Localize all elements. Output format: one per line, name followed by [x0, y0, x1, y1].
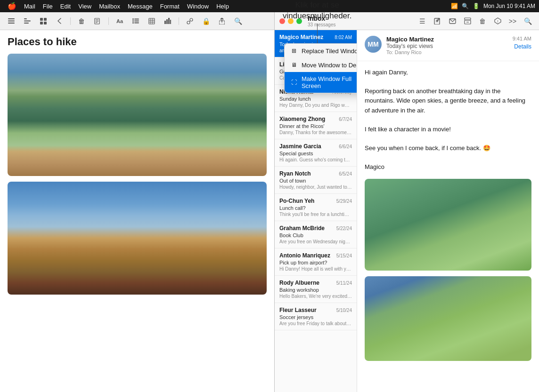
font-btn[interactable]: Aa [113, 16, 126, 26]
toolbar-divider-1 [70, 17, 71, 25]
sidebar-toggle-btn[interactable] [5, 16, 18, 26]
email-sender-name: Magico Martinez [386, 36, 508, 43]
table-btn[interactable] [145, 16, 158, 26]
svg-rect-0 [8, 18, 15, 19]
search-mail-icon[interactable]: 🔍 [521, 16, 534, 26]
reading-pane: MM Magico Martinez Today's epic views To… [357, 30, 539, 392]
email-subject: Today's epic views [386, 43, 508, 49]
more-icon[interactable]: >> [506, 16, 519, 26]
menu-mail[interactable]: Mail [20, 2, 39, 11]
replace-tiled-icon: ⊞ [290, 47, 298, 55]
menu-window[interactable]: Window [183, 2, 212, 11]
message-item-7[interactable]: Graham McBride 5/22/24 Book Club Are you… [275, 221, 357, 248]
left-toolbar: 🗑 Aa 🔒 🔍 [0, 12, 274, 30]
message-item-10[interactable]: Fleur Lasseur 5/10/24 Soccer jerseys Are… [275, 303, 357, 330]
tooltip-line2: vinduesmuligheder. [283, 11, 351, 20]
split-container: 🗑 Aa 🔒 🔍 Pl [0, 12, 539, 392]
toolbar-divider-3 [179, 17, 179, 25]
back-btn[interactable] [53, 16, 66, 26]
menu-mailbox[interactable]: Mailbox [95, 2, 124, 11]
ctx-replace-tiled[interactable]: ⊞ Replace Tiled Window [285, 44, 357, 58]
email-photo-1 [365, 179, 531, 271]
left-content: Places to hike [0, 30, 274, 392]
email-body: Hi again Danny, Reporting back on anothe… [357, 61, 539, 179]
archive-icon[interactable] [461, 16, 474, 26]
svg-rect-9 [44, 22, 47, 24]
menu-view[interactable]: View [74, 2, 95, 11]
move-desktop-icon: 🖥 [290, 61, 298, 69]
message-item-3[interactable]: Xiaomeng Zhong 6/7/24 Dinner at the Rico… [275, 112, 357, 139]
wifi-icon: 📶 [451, 3, 458, 9]
tooltip-line1: Klik for at se [295, 0, 339, 9]
list-view-btn[interactable] [21, 16, 34, 26]
left-pane-photos: 🗑 Aa 🔒 🔍 Pl [0, 12, 274, 392]
arch-image [8, 182, 267, 295]
ctx-fullscreen[interactable]: ⛶ Make Window Full Screen [285, 72, 357, 93]
junk-icon[interactable]: ! [491, 16, 504, 26]
svg-rect-25 [164, 21, 166, 24]
filter-icon[interactable]: ☰ [416, 16, 429, 26]
menu-file[interactable]: File [39, 2, 57, 11]
context-menu[interactable]: ⊞ Replace Tiled Window 🖥 Move Window to … [284, 43, 357, 93]
tooltip-callout: Klik for at se vinduesmuligheder. [283, 0, 351, 47]
search-btn[interactable]: 🔍 [231, 16, 245, 26]
message-item-8[interactable]: Antonio Manriquez 5/15/24 Pick up from a… [275, 248, 357, 276]
photo-river [8, 54, 267, 176]
new-message-icon[interactable] [446, 16, 459, 26]
details-link[interactable]: Details [514, 43, 531, 50]
svg-point-16 [132, 20, 134, 22]
chart-btn[interactable] [161, 16, 174, 26]
svg-rect-5 [24, 23, 29, 24]
svg-rect-27 [168, 18, 170, 24]
svg-rect-37 [465, 18, 471, 20]
svg-rect-3 [24, 18, 27, 19]
svg-rect-17 [134, 21, 139, 22]
battery-icon: 🔋 [473, 3, 480, 9]
menubar-right: 📶 🔍 🔋 Mon Jun 10 9:41 AM [451, 3, 535, 9]
svg-line-31 [189, 21, 190, 22]
svg-rect-6 [40, 18, 43, 21]
email-time: 9:41 AM [513, 36, 531, 41]
message-list[interactable]: ⊞ Replace Tiled Window 🖥 Move Window to … [275, 30, 357, 392]
datetime-display: Mon Jun 10 9:41 AM [483, 3, 535, 9]
menu-format[interactable]: Format [156, 2, 183, 11]
link-btn[interactable] [183, 16, 196, 26]
bullet-list-btn[interactable] [129, 16, 142, 26]
email-header: MM Magico Martinez Today's epic views To… [357, 30, 539, 61]
svg-rect-1 [8, 21, 15, 22]
svg-rect-2 [8, 23, 15, 24]
menu-help[interactable]: Help [212, 2, 233, 11]
email-from-row: MM Magico Martinez Today's epic views To… [365, 36, 531, 55]
message-item-9[interactable]: Rody Albuerne 5/11/24 Baking workshop He… [275, 276, 357, 303]
svg-rect-4 [24, 21, 31, 22]
compose-btn[interactable] [91, 16, 104, 26]
menu-message[interactable]: Message [124, 2, 156, 11]
svg-point-14 [132, 18, 134, 20]
svg-rect-26 [166, 19, 168, 24]
svg-rect-28 [170, 20, 171, 24]
ctx-move-desktop[interactable]: 🖥 Move Window to Desktop [285, 58, 357, 72]
message-item-4[interactable]: Jasmine Garcia 6/6/24 Special guests Hi … [275, 139, 357, 167]
email-to-field: To: Danny Rico [386, 49, 508, 55]
svg-rect-7 [44, 18, 47, 21]
delete-btn[interactable]: 🗑 [75, 16, 88, 26]
places-title: Places to hike [8, 36, 267, 48]
menu-edit[interactable]: Edit [57, 2, 74, 11]
right-pane-mail: Inbox 33 messages ☰ 🗑 ! >> 🔍 [274, 12, 539, 392]
apple-menu[interactable]: 🍎 [4, 2, 20, 10]
message-item-5[interactable]: Ryan Notch 6/5/24 Out of town Howdy, nei… [275, 167, 357, 194]
email-photo-2 [365, 276, 531, 361]
svg-point-18 [132, 22, 134, 24]
compose-mail-icon[interactable] [431, 16, 444, 26]
toolbar-divider-2 [108, 17, 109, 25]
search-menubar-icon[interactable]: 🔍 [462, 3, 469, 9]
trash-icon[interactable]: 🗑 [476, 16, 489, 26]
share-btn[interactable] [215, 16, 229, 26]
svg-rect-15 [134, 19, 139, 20]
message-item-6[interactable]: Po-Chun Yeh 5/29/24 Lunch call? Think yo… [275, 194, 357, 221]
sender-avatar: MM [365, 36, 382, 53]
lock-btn[interactable]: 🔒 [199, 16, 212, 26]
email-meta: Magico Martinez Today's epic views To: D… [386, 36, 508, 55]
grid-view-btn[interactable] [37, 16, 50, 26]
fullscreen-icon: ⛶ [290, 79, 298, 86]
